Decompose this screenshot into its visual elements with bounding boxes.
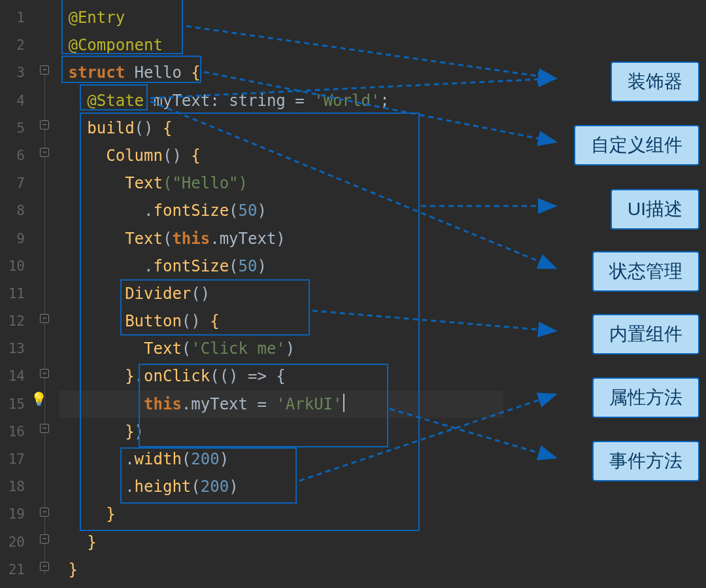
callout-builtin: 内置组件 [592,314,699,355]
decorator-component: @Component [68,36,163,54]
line-gutter: 123456789101112131415161718192021 [0,0,33,588]
line-number: 7 [0,169,33,197]
code-area[interactable]: @Entry @Component struct Hello { @State … [59,0,503,588]
callout-attrmethod: 属性方法 [592,377,699,418]
line-number: 17 [0,445,33,473]
line-number: 9 [0,225,33,252]
line-number: 19 [0,500,33,528]
line-number: 21 [0,556,33,583]
line-number: 16 [0,418,33,445]
lightbulb-icon[interactable]: 💡 [31,391,47,407]
line-number: 20 [0,528,33,556]
text-cursor [343,394,345,412]
decorator-state: @State [87,92,144,110]
decorator-entry: @Entry [68,9,125,27]
callout-panel: 装饰器 自定义组件 UI描述 状态管理 内置组件 属性方法 事件方法 [503,0,699,588]
line-number: 4 [0,87,33,114]
code-editor: 123456789101112131415161718192021 💡 @Ent… [0,0,503,588]
callout-customcomp: 自定义组件 [574,125,699,165]
line-number: 6 [0,142,33,169]
line-number: 11 [0,280,33,307]
line-number: 13 [0,335,33,362]
line-number: 3 [0,59,33,86]
callout-uidesc: UI描述 [611,189,699,230]
line-number: 18 [0,473,33,500]
fold-column [33,0,59,588]
callout-decorator: 装饰器 [611,61,699,102]
line-number: 12 [0,307,33,335]
line-number: 15 [0,390,33,418]
callout-eventmethod: 事件方法 [592,441,699,481]
line-number: 5 [0,114,33,142]
line-number: 14 [0,362,33,390]
callout-statemgmt: 状态管理 [592,251,699,292]
line-number: 1 [0,4,33,31]
line-number: 10 [0,252,33,280]
line-number: 8 [0,197,33,224]
line-number: 2 [0,31,33,59]
